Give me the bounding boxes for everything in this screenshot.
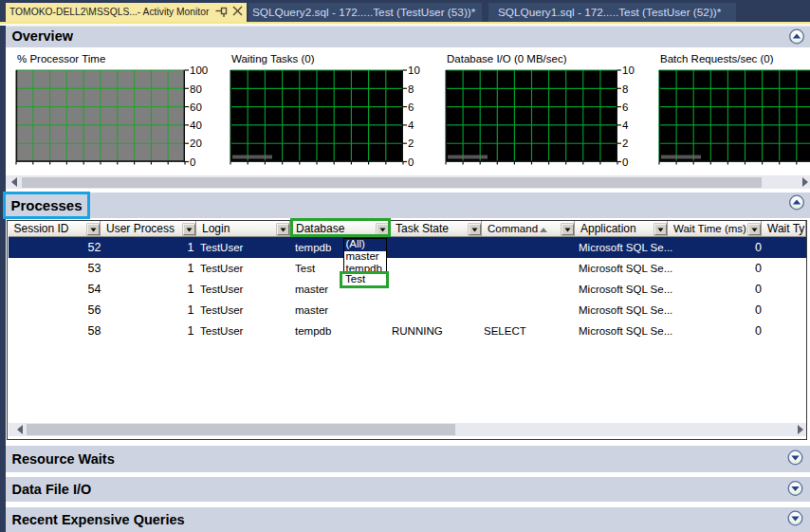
svg-text:20: 20	[190, 138, 202, 149]
svg-text:6: 6	[408, 101, 414, 112]
svg-text:80: 80	[190, 83, 202, 94]
svg-text:4: 4	[408, 119, 414, 131]
svg-text:0: 0	[408, 156, 414, 167]
svg-text:8: 8	[408, 83, 414, 94]
svg-text:2: 2	[408, 138, 414, 149]
svg-text:8: 8	[622, 83, 628, 94]
svg-text:0: 0	[622, 156, 628, 167]
svg-text:40: 40	[190, 119, 202, 131]
svg-text:100: 100	[190, 64, 208, 76]
svg-text:60: 60	[190, 101, 202, 112]
svg-text:2: 2	[622, 138, 628, 149]
svg-text:4: 4	[622, 119, 629, 131]
svg-text:10: 10	[408, 64, 420, 76]
svg-text:0: 0	[190, 156, 195, 167]
svg-text:6: 6	[622, 101, 628, 112]
svg-text:10: 10	[622, 64, 635, 76]
